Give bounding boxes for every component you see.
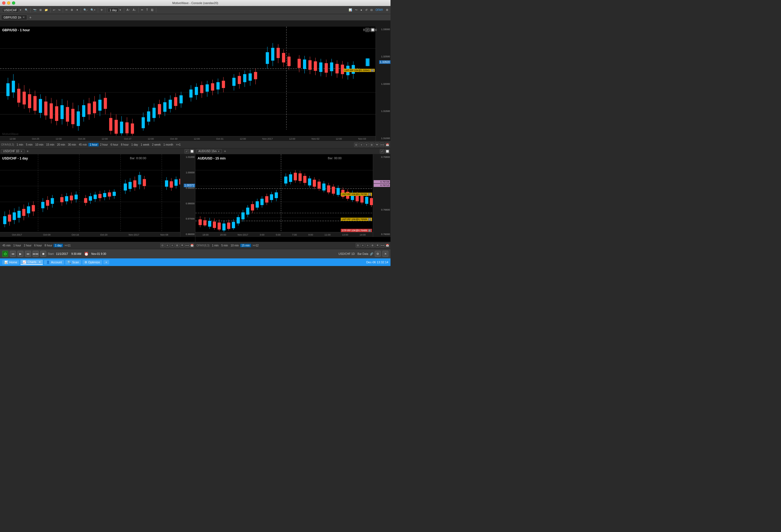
br-tf-5min[interactable]: 5 min bbox=[220, 244, 229, 247]
br-tf-1min[interactable]: 1 min bbox=[211, 244, 220, 247]
add-tab-btn[interactable]: + bbox=[103, 260, 109, 264]
layout-btn[interactable]: ⊟ bbox=[369, 8, 374, 12]
br-tf-chart1[interactable]: ≡ bbox=[361, 243, 365, 248]
lmt-c-button[interactable]: C bbox=[371, 69, 374, 72]
ofa-btn[interactable]: OFA® bbox=[374, 8, 384, 12]
usdchf-tab[interactable]: USD/CHF 1D ✕ bbox=[1, 149, 25, 153]
tf-8hour[interactable]: 8 hour bbox=[120, 143, 130, 147]
fullscreen-icon[interactable]: ⤢ bbox=[365, 28, 370, 32]
tools-btn[interactable]: ✂ bbox=[65, 8, 69, 12]
tf-bar-list[interactable]: ≡ bbox=[364, 142, 369, 147]
go-start-btn[interactable]: ⏮ bbox=[10, 251, 16, 257]
tf-15min[interactable]: 15 min bbox=[45, 143, 56, 147]
wand-btn[interactable]: ✦ bbox=[75, 8, 79, 12]
tf-bar-grid[interactable]: ⊞ bbox=[370, 142, 374, 147]
play-btn[interactable]: ▶ bbox=[17, 251, 24, 257]
br-tf-chart2[interactable]: ≡ bbox=[366, 243, 370, 248]
charts-btn[interactable]: 📈 Charts ✕ bbox=[20, 260, 43, 265]
window-controls[interactable] bbox=[2, 1, 15, 5]
settings2-btn[interactable]: ● bbox=[360, 8, 363, 12]
bl-tf-1hour[interactable]: 1 hour bbox=[12, 244, 22, 247]
tf-5min[interactable]: 5 min bbox=[25, 143, 34, 147]
font-down-btn[interactable]: A↓ bbox=[132, 8, 137, 12]
bl-expand-icon[interactable]: ⬜ bbox=[190, 149, 194, 154]
bl-tf-1day[interactable]: 1 day bbox=[53, 244, 63, 247]
tf-bar-eye[interactable]: 👁 bbox=[375, 142, 379, 147]
add-chart-btn[interactable]: + bbox=[25, 149, 30, 154]
refresh-btn[interactable]: ↺ bbox=[364, 8, 369, 12]
text-btn[interactable]: T bbox=[145, 8, 149, 12]
redo-btn[interactable]: ↪ bbox=[57, 8, 61, 12]
br-lmt1-c-btn[interactable]: C bbox=[368, 193, 371, 196]
br-tf-more[interactable]: >>12 bbox=[251, 244, 260, 247]
tf-1week[interactable]: 1 week bbox=[139, 143, 151, 147]
bl-tf-more[interactable]: >>11 bbox=[63, 244, 72, 247]
bl-tf-grid[interactable]: ⊞ bbox=[175, 243, 179, 248]
audusd-tab-close[interactable]: ✕ bbox=[218, 150, 220, 153]
tf-6hour[interactable]: 6 hour bbox=[109, 143, 120, 147]
tf-2week[interactable]: 2 week bbox=[151, 143, 162, 147]
bl-tf-eye[interactable]: 👁 bbox=[180, 243, 184, 248]
br-stp-c-btn[interactable]: C bbox=[368, 229, 371, 232]
bl-tf-45min[interactable]: 45 min bbox=[1, 244, 12, 247]
expand-icon[interactable]: ⬜ bbox=[370, 28, 375, 32]
grid-btn[interactable]: ⊞ bbox=[38, 8, 43, 12]
undo-btn[interactable]: ↩ bbox=[52, 8, 56, 12]
maximize-button[interactable] bbox=[12, 1, 15, 5]
tf-30min[interactable]: 30 min bbox=[67, 143, 77, 147]
charts-close[interactable]: ✕ bbox=[39, 260, 41, 263]
br-tf-15min[interactable]: 15 min bbox=[240, 244, 251, 247]
tf-bar-calendar[interactable]: 📅 bbox=[385, 142, 389, 147]
period-selector[interactable]: 1 day ▼ bbox=[107, 7, 123, 13]
tf-45min[interactable]: 45 min bbox=[77, 143, 88, 147]
bl-tf-8hour[interactable]: 8 hour bbox=[43, 244, 53, 247]
stop-btn[interactable]: ⏹ bbox=[40, 251, 46, 257]
bl-tf-settings[interactable]: ⊟ bbox=[160, 243, 165, 248]
symbol-value[interactable]: USD/CHF bbox=[2, 8, 19, 12]
minimize-button[interactable] bbox=[7, 1, 10, 5]
br-fullscreen-icon[interactable]: ⤢ bbox=[380, 149, 384, 154]
tf-bar-chart[interactable]: ≡ bbox=[359, 142, 364, 147]
tf-bar-settings[interactable]: ⊟ bbox=[354, 142, 359, 147]
bl-tf-cal[interactable]: 📅 bbox=[190, 243, 194, 248]
chart-type-btn[interactable]: 📊 bbox=[347, 8, 353, 12]
tf-1month[interactable]: 1 month bbox=[162, 143, 174, 147]
bl-tf-6hour[interactable]: 6 hour bbox=[33, 244, 43, 247]
tf-10min[interactable]: 10 min bbox=[34, 143, 45, 147]
tf-bar-arrows[interactable]: ⟺ bbox=[380, 142, 384, 147]
tab-gbpusd-close[interactable]: ✕ bbox=[23, 16, 25, 19]
optimize-btn[interactable]: ⚙ Optimize bbox=[82, 260, 102, 264]
tf-more[interactable]: >>1 bbox=[174, 143, 182, 147]
gear-btn[interactable]: ⚙ bbox=[385, 8, 389, 12]
close-button[interactable] bbox=[2, 1, 5, 5]
zoom-out-btn[interactable]: 🔍- bbox=[82, 8, 89, 12]
period-dropdown-icon[interactable]: ▼ bbox=[119, 9, 121, 11]
zoom-in-btn[interactable]: 🔍+ bbox=[89, 8, 96, 12]
usdchf-tab-close[interactable]: ✕ bbox=[20, 150, 23, 153]
fast-forward-btn[interactable]: ⏭⏭ bbox=[33, 251, 39, 257]
br-tf-10min[interactable]: 10 min bbox=[229, 244, 240, 247]
br-lmt2-c-btn[interactable]: C bbox=[368, 218, 371, 220]
indicators-btn[interactable]: 〜 bbox=[354, 8, 359, 12]
br-tf-cal[interactable]: 📅 bbox=[385, 243, 389, 248]
br-tf-eye[interactable]: 👁 bbox=[375, 243, 380, 248]
br-tf-arrows[interactable]: ⟺ bbox=[380, 243, 384, 248]
settings-btn[interactable]: ⚙ bbox=[70, 8, 74, 12]
scan-btn[interactable]: 🔍 Scan bbox=[65, 260, 81, 264]
step-forward-btn[interactable]: ⏭ bbox=[25, 251, 31, 257]
draw-btn[interactable]: ✏ bbox=[140, 8, 144, 12]
bl-tf-chart1[interactable]: ≡ bbox=[165, 243, 170, 248]
ctrl-settings-btn[interactable]: ⚙ bbox=[375, 251, 381, 257]
bl-tf-chart2[interactable]: ≡ bbox=[170, 243, 174, 248]
tf-1min[interactable]: 1 min bbox=[15, 143, 25, 147]
crosshair-btn[interactable]: ✛ bbox=[99, 8, 104, 12]
tf-20min[interactable]: 20 min bbox=[56, 143, 67, 147]
font-up-btn[interactable]: A↑ bbox=[126, 8, 131, 12]
audusd-tab[interactable]: AUD/USD 15m ✕ bbox=[197, 149, 222, 153]
files-btn[interactable]: 📁 bbox=[43, 8, 49, 12]
symbol-selector[interactable]: USD/CHF ▼ bbox=[1, 7, 23, 13]
br-tf-settings[interactable]: ⊟ bbox=[356, 243, 360, 248]
br-expand-icon[interactable]: ⬜ bbox=[385, 149, 389, 154]
home-btn[interactable]: 📊 Home bbox=[2, 260, 19, 264]
tf-1hour[interactable]: 1 hour bbox=[88, 143, 99, 147]
